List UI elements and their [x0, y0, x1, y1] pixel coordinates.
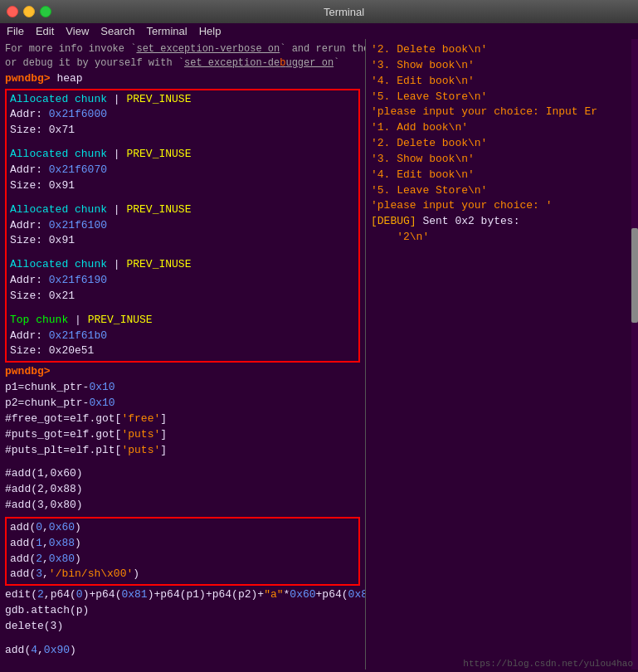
chunk-3-header: Allocated chunk | PREV_INUSE [10, 202, 355, 218]
top-chunk-size: Size: 0x20e51 [10, 343, 355, 359]
add-0: add(0,0x60) [10, 520, 355, 536]
code-p1: p1=chunk_ptr-0x10 [5, 380, 360, 396]
heap-output-box: Allocated chunk | PREV_INUSE Addr: 0x21f… [5, 89, 360, 363]
chunk-1-header: Allocated chunk | PREV_INUSE [10, 92, 355, 108]
right-line-3: '4. Edit book\n' [371, 74, 633, 90]
right-line-9: '4. Edit book\n' [371, 168, 633, 183]
menu-file[interactable]: File [7, 25, 24, 37]
add-commands-box: add(0,0x60) add(1,0x88) add(2,0x80) add(… [5, 517, 360, 586]
minimize-button[interactable] [23, 6, 35, 17]
right-line-4: '5. Leave Store\n' [371, 90, 633, 105]
code-puts-got: #puts_got=elf.got['puts'] [5, 427, 360, 443]
top-chunk-addr: Addr: 0x21f61b0 [10, 329, 355, 344]
right-line-12: [DEBUG] Sent 0x2 bytes: [371, 214, 633, 230]
scrollbar[interactable] [631, 39, 638, 670]
menu-bar: File Edit View Search Terminal Help [0, 23, 638, 39]
menu-terminal[interactable]: Terminal [147, 25, 188, 37]
right-line-8: '3. Show book\n' [371, 152, 633, 168]
right-line-1: '2. Delete book\n' [371, 42, 633, 58]
right-panel: '2. Delete book\n' '3. Show book\n' '4. … [365, 39, 638, 670]
url-watermark: https://blog.csdn.net/yulou4hao [463, 659, 633, 669]
add-1: add(1,0x88) [10, 536, 355, 552]
code-add2: #add(2,0x88) [5, 482, 360, 498]
right-line-6: '1. Add book\n' [371, 120, 633, 136]
heap-command: pwndbg> heap [5, 71, 360, 87]
scrollbar-thumb[interactable] [631, 228, 638, 323]
menu-help[interactable]: Help [199, 25, 222, 37]
window-title: Terminal [56, 6, 631, 18]
maximize-button[interactable] [40, 6, 51, 17]
title-bar: Terminal [0, 0, 638, 23]
chunk-3-addr: Addr: 0x21f6100 [10, 218, 355, 234]
close-button[interactable] [7, 6, 18, 17]
chunk-4-size: Size: 0x21 [10, 289, 355, 304]
add-3: add(3,'/bin/sh\x00') [10, 567, 355, 582]
chunk-2-header: Allocated chunk | PREV_INUSE [10, 147, 355, 163]
chunk-3-size: Size: 0x91 [10, 233, 355, 249]
right-line-2: '3. Show book\n' [371, 58, 633, 74]
terminal-main: For more info invoke `set exception-verb… [0, 39, 638, 670]
info-line-1: For more info invoke `set exception-verb… [5, 42, 360, 56]
code-add4: add(4,0x90) [5, 643, 360, 659]
code-add1: #add(1,0x60) [5, 466, 360, 482]
code-delete: delete(3) [5, 619, 360, 635]
code-puts-plt: #puts_plt=elf.plt['puts'] [5, 443, 360, 459]
prompt-2: pwndbg> [5, 364, 360, 380]
right-panel-inner: '2. Delete book\n' '3. Show book\n' '4. … [371, 42, 633, 666]
add-2: add(2,0x80) [10, 552, 355, 567]
code-gdb-attach: gdb.attach(p) [5, 603, 360, 619]
chunk-1-size: Size: 0x71 [10, 123, 355, 139]
code-edit: edit(2,p64(0)+p64(0x81)+p64(p1)+p64(p2)+… [5, 587, 360, 603]
top-chunk-header: Top chunk | PREV_INUSE [10, 313, 355, 329]
right-line-11: 'please input your choice: ' [371, 198, 633, 214]
left-panel[interactable]: For more info invoke `set exception-verb… [0, 39, 365, 670]
code-p2: p2=chunk_ptr-0x10 [5, 396, 360, 411]
chunk-2-addr: Addr: 0x21f6070 [10, 163, 355, 178]
chunk-1-addr: Addr: 0x21f6000 [10, 107, 355, 123]
chunk-4-header: Allocated chunk | PREV_INUSE [10, 257, 355, 273]
code-add3: #add(3,0x80) [5, 498, 360, 514]
menu-view[interactable]: View [66, 25, 89, 37]
right-line-13: '2\n' [371, 230, 633, 246]
right-line-10: '5. Leave Store\n' [371, 183, 633, 199]
chunk-2-size: Size: 0x91 [10, 178, 355, 194]
right-line-5: 'please input your choice: Input Er [371, 105, 633, 120]
right-line-7: '2. Delete book\n' [371, 136, 633, 152]
info-line-2: or debug it by yourself with `set except… [5, 56, 360, 71]
chunk-4-addr: Addr: 0x21f6190 [10, 273, 355, 289]
menu-search[interactable]: Search [100, 25, 134, 37]
code-free-got: #free_got=elf.got['free'] [5, 411, 360, 427]
menu-edit[interactable]: Edit [36, 25, 54, 37]
